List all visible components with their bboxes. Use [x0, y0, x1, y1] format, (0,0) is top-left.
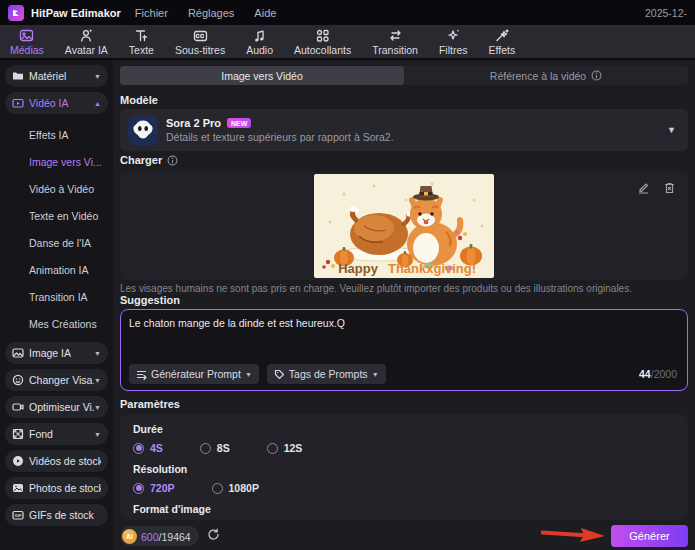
video-ai-icon [12, 97, 24, 109]
app-logo-icon [8, 5, 24, 21]
radio-resolution-1080p[interactable]: 1080P [212, 482, 259, 494]
app-window: HitPaw Edimakor Fichier Réglages Aide 20… [0, 0, 695, 550]
parameters-panel: Durée 4S 8S 12S Résolution [120, 414, 688, 520]
char-counter: 44/2000 [639, 368, 677, 380]
edit-icon[interactable] [637, 181, 650, 194]
sidebar-item-texte-en-video[interactable]: Texte en Vidéo [29, 203, 108, 230]
media-icon [19, 28, 34, 43]
sidebar-item-videos-de-stock[interactable]: Vidéos de stock [5, 450, 108, 472]
app-title: HitPaw Edimakor [31, 7, 121, 19]
chevron-down-icon: ▼ [372, 371, 379, 378]
prompt-tags-button[interactable]: Tags de Prompts ▼ [267, 364, 386, 384]
radio-duration-8s[interactable]: 8S [200, 442, 230, 454]
sidebar-item-fond[interactable]: Fond ▼ [5, 423, 108, 445]
stock-video-icon [12, 455, 24, 467]
radio-icon [212, 483, 223, 494]
face-swap-icon [12, 374, 24, 386]
generate-button[interactable]: Générer [611, 525, 688, 547]
sidebar-item-photos-de-stock[interactable]: Photos de stock [5, 477, 108, 499]
prompt-container: Le chaton mange de la dinde et est heure… [120, 309, 688, 391]
prompt-input[interactable]: Le chaton mange de la dinde et est heure… [129, 317, 679, 360]
resolution-label: Résolution [133, 463, 675, 475]
model-selector[interactable]: Sora 2 Pro NEW Détails et texture supéri… [120, 109, 688, 151]
effects-icon [494, 28, 509, 43]
refresh-credits-button[interactable] [207, 527, 220, 545]
filters-icon [446, 28, 461, 43]
tab-audio[interactable]: Audio [246, 28, 273, 56]
format-label: Format d'image [133, 503, 675, 515]
model-section-label: Modèle [120, 94, 158, 106]
titlebar: HitPaw Edimakor Fichier Réglages Aide 20… [0, 0, 695, 25]
tab-reference-video[interactable]: Référence à la vidéo [404, 66, 688, 85]
refresh-icon [207, 528, 220, 541]
sidebar-item-image-vers-video[interactable]: Image vers Vi... [29, 149, 108, 176]
tag-icon [274, 369, 285, 380]
tab-transition[interactable]: Transition [372, 28, 418, 56]
tab-effets[interactable]: Effets [489, 28, 516, 56]
radio-duration-12s[interactable]: 12S [267, 442, 303, 454]
sidebar-item-animation-ia[interactable]: Animation IA [29, 257, 108, 284]
sidebar-item-video-a-video[interactable]: Vidéo à Vidéo [29, 176, 108, 203]
chevron-down-icon: ▼ [94, 73, 101, 80]
stock-photo-icon [12, 482, 24, 494]
sora-logo-icon [128, 115, 158, 145]
tab-filtres[interactable]: Filtres [439, 28, 468, 56]
uploaded-image: Happy Thankxgiving! [314, 174, 494, 278]
tab-texte[interactable]: Texte [129, 28, 154, 56]
date-display: 2025-12- [645, 7, 687, 19]
resolution-options: 720P 1080P [133, 482, 675, 494]
annotation-arrow [541, 527, 607, 543]
info-icon[interactable] [167, 155, 178, 166]
image-caption-thanksgiving: Thankxgiving! [388, 261, 476, 276]
credits-badge[interactable]: AI 600/19464 [120, 526, 199, 546]
stickers-icon [315, 28, 330, 43]
params-section-label: Paramètres [120, 398, 180, 410]
info-icon [591, 70, 602, 81]
list-icon [136, 369, 147, 380]
sidebar-item-gifs-de-stock[interactable]: GIF GIFs de stock [5, 504, 108, 526]
chevron-down-icon: ▼ [94, 404, 101, 411]
menu-fichier[interactable]: Fichier [135, 7, 168, 19]
sidebar-item-mes-creations[interactable]: Mes Créations [29, 311, 108, 338]
video-ia-submenu: Effets IA Image vers Vi... Vidéo à Vidéo… [5, 119, 108, 342]
menu-aide[interactable]: Aide [254, 7, 276, 19]
menu-reglages[interactable]: Réglages [188, 7, 234, 19]
sidebar-item-danse-ia[interactable]: Danse de l'IA [29, 230, 108, 257]
delete-icon[interactable] [663, 181, 676, 194]
tab-sous-titres[interactable]: Sous-titres [175, 28, 225, 56]
background-icon [12, 428, 24, 440]
prompt-section-label: Suggestion [120, 294, 180, 306]
sidebar-item-image-ia[interactable]: Image IA ▼ [5, 342, 108, 364]
image-ai-icon [12, 347, 24, 359]
upload-area[interactable]: Happy Thankxgiving! [120, 172, 688, 280]
sidebar-item-optimiseur-video[interactable]: Optimiseur Vi... ▼ [5, 396, 108, 418]
credits-used: 600 [141, 531, 159, 543]
sidebar-item-changer-visage[interactable]: Changer Visa... ▼ [5, 369, 108, 391]
duration-label: Durée [133, 423, 675, 435]
credits-total: /19464 [159, 531, 191, 543]
transition-icon [388, 28, 403, 43]
sidebar-item-video-ia[interactable]: Vidéo IA ▲ [5, 92, 108, 114]
tab-image-vers-video[interactable]: Image vers Vidéo [120, 66, 404, 85]
radio-duration-4s[interactable]: 4S [133, 442, 163, 454]
prompt-generator-button[interactable]: Générateur Prompt ▼ [129, 364, 259, 384]
radio-resolution-720p[interactable]: 720P [133, 482, 175, 494]
sidebar-item-materiel[interactable]: Matériel ▼ [5, 65, 108, 87]
tab-autocollants[interactable]: Autocollants [294, 28, 351, 56]
chevron-down-icon: ▼ [94, 350, 101, 357]
duration-options: 4S 8S 12S [133, 442, 675, 454]
sidebar-item-effets-ia[interactable]: Effets IA [29, 122, 108, 149]
chevron-down-icon: ▼ [245, 371, 252, 378]
stock-gif-icon: GIF [12, 509, 24, 521]
folder-icon [12, 70, 24, 82]
tab-avatar-ia[interactable]: Avatar IA [65, 28, 108, 56]
tab-medias[interactable]: Médias [10, 28, 44, 56]
chevron-up-icon: ▲ [94, 100, 101, 107]
upload-warning-text: Les visages humains ne sont pas pris en … [120, 283, 688, 294]
radio-icon [133, 483, 144, 494]
sidebar-item-transition-ia[interactable]: Transition IA [29, 284, 108, 311]
image-caption-happy: Happy [338, 261, 379, 276]
radio-icon [200, 443, 211, 454]
audio-icon [252, 28, 267, 43]
chevron-down-icon: ▼ [94, 431, 101, 438]
